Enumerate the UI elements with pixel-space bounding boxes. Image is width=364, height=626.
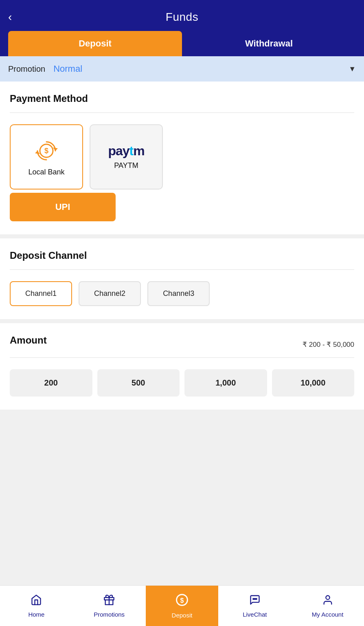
header: ‹ Funds Deposit Withdrawal — [0, 0, 364, 56]
tab-deposit[interactable]: Deposit — [8, 31, 182, 56]
channel-1[interactable]: Channel1 — [10, 281, 72, 306]
svg-marker-3 — [35, 151, 40, 154]
nav-livechat-label: LiveChat — [243, 611, 267, 618]
divider3 — [10, 357, 354, 358]
nav-home-label: Home — [28, 611, 44, 618]
channel-2[interactable]: Channel2 — [79, 281, 141, 306]
tab-withdrawal[interactable]: Withdrawal — [182, 31, 356, 56]
chat-icon — [249, 594, 261, 608]
payment-upi[interactable]: UPI — [10, 193, 116, 221]
promotion-label: Promotion — [8, 64, 45, 74]
paytm-label: PAYTM — [114, 161, 138, 170]
promotion-select[interactable]: Normal ▼ — [53, 64, 356, 74]
amount-200[interactable]: 200 — [10, 369, 92, 397]
local-bank-icon: $ — [33, 138, 59, 164]
amount-500[interactable]: 500 — [97, 369, 180, 397]
chevron-down-icon: ▼ — [349, 65, 356, 73]
home-icon — [31, 594, 42, 608]
channel-row: Channel1 Channel2 Channel3 — [10, 281, 354, 306]
gift-icon — [103, 594, 115, 608]
nav-promotions-label: Promotions — [94, 611, 125, 618]
payment-local-bank[interactable]: $ Local Bank — [10, 124, 83, 190]
amount-header: Amount ₹ 200 - ₹ 50,000 — [10, 335, 354, 354]
paytm-logo: paytm — [108, 144, 144, 157]
page-title: Funds — [166, 11, 198, 24]
amount-range: ₹ 200 - ₹ 50,000 — [303, 340, 354, 349]
svg-point-10 — [256, 598, 257, 599]
back-button[interactable]: ‹ — [8, 11, 12, 23]
header-top: ‹ Funds — [8, 7, 356, 31]
divider2 — [10, 269, 354, 270]
nav-deposit-label: Deposit — [172, 612, 193, 619]
svg-text:$: $ — [44, 147, 48, 155]
user-icon — [322, 594, 333, 608]
deposit-channel-section: Deposit Channel Channel1 Channel2 Channe… — [0, 238, 364, 319]
channel-3[interactable]: Channel3 — [147, 281, 210, 306]
payment-grid: $ Local Bank paytm PAYTM — [10, 124, 354, 190]
deposit-icon: $ — [175, 593, 189, 609]
divider — [10, 112, 354, 113]
svg-point-9 — [254, 598, 255, 599]
nav-livechat[interactable]: LiveChat — [218, 586, 291, 626]
payment-method-title: Payment Method — [10, 93, 354, 104]
nav-deposit[interactable]: $ Deposit — [146, 586, 219, 626]
amount-10000[interactable]: 10,000 — [272, 369, 355, 397]
amount-section: Amount ₹ 200 - ₹ 50,000 200 500 1,000 10… — [0, 323, 364, 410]
nav-myaccount-label: My Account — [312, 611, 344, 618]
amount-title: Amount — [10, 335, 47, 346]
promotion-value: Normal — [53, 64, 82, 74]
amount-grid: 200 500 1,000 10,000 — [10, 369, 354, 397]
payment-paytm[interactable]: paytm PAYTM — [90, 124, 163, 190]
amount-1000[interactable]: 1,000 — [184, 369, 267, 397]
bottom-nav: Home Promotions $ Deposit — [0, 585, 364, 626]
nav-promotions[interactable]: Promotions — [73, 586, 146, 626]
svg-point-8 — [253, 598, 254, 599]
tab-row: Deposit Withdrawal — [8, 31, 356, 56]
deposit-channel-title: Deposit Channel — [10, 250, 354, 261]
svg-marker-2 — [53, 148, 58, 151]
payment-method-section: Payment Method $ Local Bank — [0, 82, 364, 234]
promotion-row: Promotion Normal ▼ — [0, 56, 364, 82]
svg-text:$: $ — [180, 597, 184, 604]
local-bank-label: Local Bank — [28, 168, 64, 176]
svg-point-11 — [326, 595, 329, 599]
nav-home[interactable]: Home — [0, 586, 73, 626]
nav-myaccount[interactable]: My Account — [291, 586, 364, 626]
